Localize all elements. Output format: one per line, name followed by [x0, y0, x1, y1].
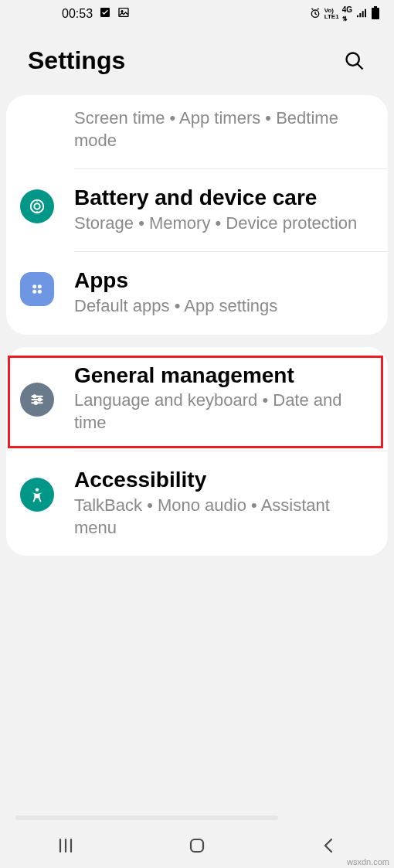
svg-rect-5 [374, 6, 377, 8]
item-subtitle: Storage • Memory • Device protection [74, 213, 374, 235]
svg-point-13 [33, 395, 36, 397]
settings-item-general[interactable]: General management Language and keyboard… [6, 347, 388, 451]
svg-point-8 [34, 204, 39, 209]
signal-icon [355, 7, 368, 22]
apps-icon [20, 272, 54, 306]
status-bar: 00:53 Vo)LTE1 4G⇅ [0, 0, 394, 28]
accessibility-icon [20, 478, 54, 512]
settings-card-2: General management Language and keyboard… [6, 347, 388, 557]
settings-card-1: Screen time • App timers • Bedtime mode … [6, 95, 388, 335]
svg-point-2 [121, 11, 123, 12]
svg-point-15 [35, 401, 37, 403]
alarm-icon [309, 7, 321, 22]
svg-point-7 [31, 200, 44, 213]
check-icon [99, 6, 111, 22]
settings-item-digital-wellbeing[interactable]: Screen time • App timers • Bedtime mode [6, 95, 388, 168]
svg-point-14 [39, 398, 41, 400]
battery-icon [371, 6, 380, 22]
page-header: Settings [0, 28, 394, 95]
search-icon [344, 50, 365, 72]
item-subtitle: TalkBack • Mono audio • Assistant menu [74, 495, 374, 539]
watermark: wsxdn.com [347, 857, 389, 866]
svg-rect-17 [191, 839, 203, 852]
status-time: 00:53 [62, 7, 93, 21]
item-subtitle: Default apps • App settings [74, 295, 374, 318]
navigation-bar [0, 823, 394, 868]
svg-point-11 [32, 290, 36, 294]
svg-point-16 [36, 488, 39, 492]
scrollbar[interactable] [15, 815, 278, 820]
nav-recents-button[interactable] [19, 838, 112, 853]
settings-item-battery[interactable]: Battery and device care Storage • Memory… [6, 169, 388, 251]
battery-care-icon [20, 189, 54, 223]
image-icon [117, 6, 130, 22]
general-management-icon [20, 383, 54, 417]
network-indicator: 4G⇅ [342, 5, 352, 22]
item-title: Battery and device care [74, 185, 374, 211]
svg-point-12 [38, 290, 42, 294]
item-title: General management [74, 363, 374, 389]
svg-point-9 [32, 285, 36, 289]
page-title: Settings [28, 46, 125, 75]
item-title: Accessibility [74, 467, 374, 493]
item-subtitle: Language and keyboard • Date and time [74, 390, 374, 434]
nav-home-button[interactable] [151, 836, 243, 855]
volte-indicator: Vo)LTE1 [324, 8, 339, 20]
svg-rect-4 [372, 8, 379, 19]
search-button[interactable] [343, 49, 366, 73]
settings-item-accessibility[interactable]: Accessibility TalkBack • Mono audio • As… [6, 451, 388, 556]
svg-point-6 [347, 53, 359, 65]
settings-item-apps[interactable]: Apps Default apps • App settings [6, 252, 388, 334]
svg-point-10 [38, 285, 42, 289]
nav-back-button[interactable] [282, 836, 375, 855]
item-subtitle: Screen time • App timers • Bedtime mode [74, 107, 374, 151]
item-title: Apps [74, 267, 374, 294]
